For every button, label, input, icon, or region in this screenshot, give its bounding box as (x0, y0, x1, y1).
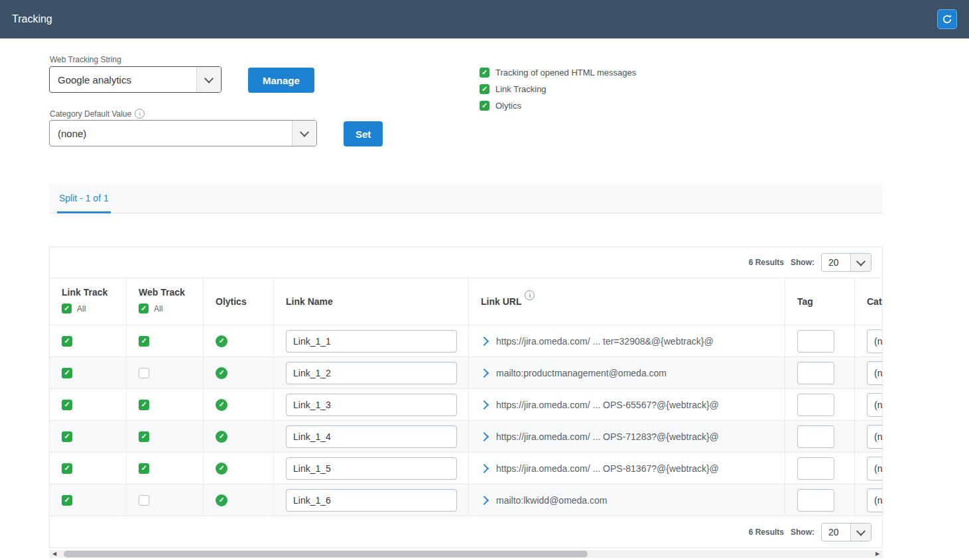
olytics-enabled-icon: ✓ (216, 494, 227, 506)
scroll-left-arrow-icon[interactable]: ◀ (49, 550, 60, 558)
link-name-input[interactable] (286, 489, 457, 512)
tag-input[interactable] (797, 362, 834, 384)
category-select[interactable]: (none) (867, 329, 882, 353)
tracking-controls: Web Tracking String Google analytics Man… (49, 55, 883, 146)
web-tracking-value: Google analytics (50, 67, 196, 92)
web-tracking-label: Web Tracking String (50, 55, 121, 64)
results-count: 6 Results (749, 258, 784, 267)
category-select[interactable]: (none) (867, 425, 882, 449)
scrollbar-thumb[interactable] (64, 551, 588, 557)
tab-split-1[interactable]: Split - 1 of 1 (57, 184, 111, 213)
olytics-enabled-icon: ✓ (216, 335, 227, 347)
chevron-down-icon (292, 121, 316, 146)
web-tracking-select[interactable]: Google analytics (49, 66, 222, 93)
table-row: ✓ ✓ ✓ https://jira.omeda.com/ ... OPS-71… (50, 420, 882, 452)
manage-button[interactable]: Manage (248, 68, 314, 93)
select-all-label: All (154, 304, 162, 313)
results-count: 6 Results (749, 528, 784, 537)
web-track-checkbox[interactable]: ✓ (139, 431, 149, 442)
link-track-checkbox[interactable]: ✓ (62, 400, 72, 410)
tag-input[interactable] (797, 425, 834, 448)
link-url-text: https://jira.omeda.com/ ... OPS-81367?@{… (496, 463, 719, 474)
web-track-checkbox[interactable]: ✓ (139, 463, 149, 474)
olytics-enabled-icon: ✓ (216, 399, 227, 411)
web-track-checkbox[interactable]: ✓ (139, 336, 149, 347)
tag-input[interactable] (797, 394, 834, 416)
olytics-enabled-icon: ✓ (216, 463, 227, 475)
link-track-checkbox[interactable]: ✓ (62, 495, 72, 506)
tag-input[interactable] (797, 457, 834, 480)
info-icon: i (525, 290, 535, 300)
expand-chevron-icon[interactable] (480, 336, 489, 345)
category-select[interactable]: (none) (867, 361, 882, 385)
column-header-link-track: Link Track ✓ All (50, 278, 126, 325)
web-track-checkbox[interactable]: ✓ (139, 400, 149, 410)
checkbox-icon: ✓ (480, 68, 489, 78)
pagination-bottom: 6 Results Show: 20 (50, 516, 882, 547)
column-header-link-name: Link Name (273, 278, 468, 325)
table-body: ✓ ✓ ✓ https://jira.omeda.com/ ... ter=32… (50, 325, 882, 516)
checkbox-icon: ✓ (480, 84, 489, 94)
category-select[interactable]: (none) (867, 393, 882, 417)
tracking-options: ✓ Tracking of opened HTML messages ✓ Lin… (480, 68, 636, 111)
link-name-input[interactable] (286, 362, 457, 384)
horizontal-scrollbar[interactable]: ◀ ▶ (49, 550, 883, 558)
category-default-select[interactable]: (none) (49, 120, 317, 146)
table-scroll-area[interactable]: Link Track ✓ All Web Track ✓ All Olytics… (50, 278, 882, 516)
column-header-link-url: Link URL i (468, 278, 785, 325)
table-row: ✓ ✓ ✓ mailto:productmanagement@omeda.com… (50, 357, 882, 388)
checkbox-tracking-opened-html[interactable]: ✓ Tracking of opened HTML messages (480, 68, 636, 78)
tag-input[interactable] (797, 489, 834, 512)
category-default-label: Category Default Value i (50, 109, 145, 119)
link-url-text: https://jira.omeda.com/ ... OPS-65567?@{… (496, 400, 719, 410)
checkbox-olytics[interactable]: ✓ Olytics (480, 101, 636, 111)
checkbox-icon: ✓ (480, 101, 489, 111)
refresh-button[interactable] (937, 9, 957, 29)
web-track-checkbox[interactable]: ✓ (139, 368, 149, 378)
set-button[interactable]: Set (344, 121, 383, 146)
page-size-select[interactable]: 20 (821, 523, 872, 541)
link-name-input[interactable] (286, 330, 457, 353)
chevron-down-icon (850, 254, 871, 271)
web-track-select-all-checkbox[interactable]: ✓ (139, 304, 149, 313)
link-url-text: https://jira.omeda.com/ ... ter=32908&@{… (496, 336, 714, 347)
column-header-web-track: Web Track ✓ All (126, 278, 203, 325)
table-row: ✓ ✓ ✓ https://jira.omeda.com/ ... OPS-65… (50, 388, 882, 420)
link-url-text: mailto:lkwidd@omeda.com (496, 495, 608, 506)
chevron-down-icon (850, 524, 871, 541)
tag-input[interactable] (797, 330, 834, 353)
link-url-text: https://jira.omeda.com/ ... OPS-71283?@{… (496, 431, 719, 442)
link-name-input[interactable] (286, 457, 457, 480)
checkbox-label: Tracking of opened HTML messages (495, 68, 636, 78)
link-track-checkbox[interactable]: ✓ (62, 368, 72, 378)
checkbox-label: Link Tracking (495, 84, 547, 94)
app-header: Tracking (0, 0, 969, 38)
checkbox-label: Olytics (495, 101, 521, 111)
expand-chevron-icon[interactable] (480, 463, 489, 473)
link-track-select-all-checkbox[interactable]: ✓ (62, 304, 72, 313)
web-track-checkbox[interactable]: ✓ (139, 495, 149, 506)
scrollbar-track[interactable] (60, 550, 872, 558)
category-select[interactable]: (none) (867, 457, 882, 480)
info-icon: i (135, 109, 145, 119)
category-default-value: (none) (50, 121, 292, 146)
page-title: Tracking (12, 13, 52, 25)
link-url-text: mailto:productmanagement@omeda.com (496, 368, 667, 378)
link-name-input[interactable] (286, 425, 457, 448)
category-select[interactable]: (none) (867, 488, 882, 512)
split-tabs: Split - 1 of 1 (49, 184, 883, 213)
link-name-input[interactable] (286, 394, 457, 416)
link-track-checkbox[interactable]: ✓ (62, 431, 72, 442)
expand-chevron-icon[interactable] (480, 495, 489, 504)
scroll-right-arrow-icon[interactable]: ▶ (872, 550, 883, 558)
link-track-checkbox[interactable]: ✓ (62, 463, 72, 474)
link-track-checkbox[interactable]: ✓ (62, 336, 72, 347)
table-row: ✓ ✓ ✓ https://jira.omeda.com/ ... OPS-81… (50, 452, 882, 484)
expand-chevron-icon[interactable] (480, 368, 489, 377)
table-header-row: Link Track ✓ All Web Track ✓ All Olytics… (50, 278, 882, 325)
checkbox-link-tracking[interactable]: ✓ Link Tracking (480, 84, 636, 94)
expand-chevron-icon[interactable] (480, 431, 489, 441)
page-size-select[interactable]: 20 (821, 253, 872, 272)
pagination-top: 6 Results Show: 20 (50, 247, 882, 278)
expand-chevron-icon[interactable] (480, 400, 489, 409)
